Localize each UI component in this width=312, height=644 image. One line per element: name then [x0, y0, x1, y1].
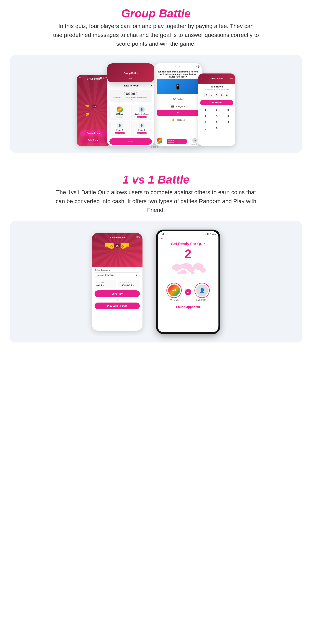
phone2-back-icon[interactable]: ← — [129, 66, 132, 68]
group-battle-phone4: ← Group Battle 39% Join Room Enter Room … — [198, 74, 235, 146]
rb-body: Select Category General Knowledge ▼ Entr… — [92, 267, 142, 331]
phone3-user1-avatar: WR — [157, 138, 162, 143]
rb-current-coins-label: Current Coins — [120, 282, 138, 284]
get-ready-phone: 4:01 ●●▌▌◎ 38% ← Get Ready For Quiz 2 — [158, 231, 218, 332]
phone4-topbar-title: Group Battle — [210, 77, 223, 80]
phone3-answer-2[interactable]: 📸Instagram — [157, 103, 199, 109]
rb-header: ← Random Battle 38% 🤜 vs 🤛 — [92, 233, 142, 267]
svg-point-6 — [191, 272, 195, 274]
rb-current-coins-box: Current Coins 100424 Coins — [118, 280, 140, 288]
player-slot-4: 👤 Player 4 ADD PLAYER — [131, 121, 152, 136]
numpad-dot[interactable]: . — [223, 126, 234, 131]
group-battle-phone3: ← 7 / 10 💬 Which social media platform i… — [154, 63, 202, 146]
gr-found-text: Found opponent — [158, 304, 218, 312]
phone3-topbar: ← 7 / 10 💬 — [154, 63, 202, 69]
phone2-topbar-title: Group Battle — [124, 72, 138, 74]
phone1-status-left: 4:01 — [79, 77, 82, 79]
rb-entry-fee-label: Entry Fees — [96, 282, 114, 284]
code-digit-5: 6 — [225, 92, 229, 98]
gr-back-icon[interactable]: ← — [161, 236, 164, 240]
numpad-3[interactable]: 3 — [223, 107, 234, 113]
player3-avatar: 👤 — [117, 122, 123, 128]
phone3-answer-3[interactable]: ✕ — [157, 110, 199, 116]
numpad-7[interactable]: 7 — [200, 120, 211, 125]
rb-category-select[interactable]: General Knowledge ▼ — [95, 272, 140, 278]
gr-player1-avatar: WR — [167, 283, 182, 298]
rb-title: Random Battle — [99, 236, 136, 239]
group-battle-section: Group Battle In this quiz, four players … — [0, 0, 312, 153]
gr-player2: 👤 Blacksmith ... — [195, 283, 210, 301]
rb-fee-row: Entry Fees 6 Coins Current Coins 100424 … — [95, 280, 140, 288]
player1-role: CREATOR — [116, 116, 124, 118]
phone4-join-button[interactable]: Join Room — [200, 100, 233, 105]
phone3-question: Which social media platform is known for… — [154, 69, 202, 79]
code-digit-4: 0 — [220, 92, 224, 98]
phone4-code-display: 6 4 5 0 6 — [198, 92, 235, 98]
phone4-topbar: ← Group Battle 39% — [198, 74, 235, 84]
player2-role: ADD PLAYER — [137, 116, 146, 118]
code-digit-3: 5 — [215, 92, 219, 98]
gr-status: ●●▌▌◎ 38% — [205, 233, 216, 235]
gr-player1: WR WRTeam — [167, 283, 182, 301]
rb-back-icon[interactable]: ← — [95, 236, 97, 239]
player4-name: Player 4 — [133, 129, 150, 131]
svg-point-5 — [180, 270, 187, 274]
rb-current-coins-value: 100424 Coins — [120, 284, 138, 286]
player-slot-1: WR WRTeam CREATOR — [109, 105, 130, 120]
gr-player2-icon: 👤 — [196, 284, 208, 296]
numpad-9[interactable]: 9 — [223, 120, 234, 125]
player4-role: ADD PLAYER — [137, 132, 146, 134]
phone2-screen-title: Invite to Room — [123, 84, 139, 87]
svg-point-4 — [200, 268, 206, 273]
phone3-question-image: 📱 — [157, 79, 199, 94]
gr-countdown: 2 — [158, 247, 218, 261]
gr-vs-badge: vs — [185, 289, 191, 295]
player2-name: Blacksmith Asgar — [133, 113, 150, 115]
battle1v1-heading: 1 vs 1 Battle — [0, 173, 312, 186]
numpad-2[interactable]: 2 — [211, 107, 222, 113]
gr-player1-logo: WR — [168, 284, 180, 296]
group-battle-description: In this quiz, four players can join and … — [46, 22, 266, 48]
phone3-chat-icon[interactable]: 💬 — [196, 65, 200, 68]
phone2-invite-header: ← Invite to Room ↗ — [107, 82, 154, 88]
phone2-players-grid: WR WRTeam CREATOR 👤 Blacksmith Asgar ADD… — [107, 104, 154, 137]
phone2-share-icon[interactable]: ↗ — [150, 84, 152, 87]
phone2-room-code: 969069 — [111, 92, 150, 96]
player2-avatar: 👤 — [139, 106, 145, 112]
phone3-answer-1[interactable]: 🐦Twitter — [157, 96, 199, 102]
numpad-5[interactable]: 5 — [211, 114, 222, 119]
numpad-8[interactable]: 8 — [211, 120, 222, 125]
lets-play-button[interactable]: Let's Play — [95, 290, 140, 297]
phone4-status: 39% — [230, 78, 233, 79]
phone3-back-icon[interactable]: ← — [156, 66, 158, 68]
phone3-chat-row: WR WRTeam What a performance..!! BS Blac… — [154, 137, 202, 146]
rb-fighter-right: 🤛 — [119, 240, 130, 251]
group-battle-heading: Group Battle — [0, 7, 312, 20]
rb-status: 38% — [136, 236, 140, 238]
player3-name: Player 3 — [111, 129, 128, 131]
phone1-vs-icon: 🤜 vs 🤛 — [85, 100, 102, 117]
group-battle-phones-card: 4:01 ●●▌▌◎ 39% Group Battle 🤜 vs 🤛 Creat… — [10, 55, 302, 153]
gr-back-row: ← — [158, 235, 218, 240]
gr-player1-name: WRTeam — [170, 299, 179, 301]
phone3-user2-avatar: BS — [192, 138, 197, 143]
phone4-back-icon[interactable]: ← — [201, 77, 203, 80]
numpad-6[interactable]: 6 — [223, 114, 234, 119]
numpad-0[interactable]: 0 — [211, 126, 222, 131]
numpad-4[interactable]: 4 — [200, 114, 211, 119]
phone2-room-code-box: 969069 Share this room code to Friends a… — [109, 90, 152, 102]
phone3-chat-bubble: What a performance..!! — [167, 139, 187, 144]
random-battle-phone: ← Random Battle 38% 🤜 vs 🤛 Select Catego… — [92, 233, 142, 331]
numpad-1[interactable]: 1 — [200, 107, 211, 113]
get-ready-phone-outer: 4:01 ●●▌▌◎ 38% ← Get Ready For Quiz 2 — [156, 230, 220, 334]
phone3-answer-4[interactable]: 👍Facebook — [157, 117, 199, 123]
phone2-room-code-hint: Share this room code to Friends and ask … — [111, 96, 150, 100]
play-with-friends-button[interactable]: Play With Friends — [95, 302, 140, 309]
numpad-comma[interactable]: , — [200, 126, 211, 131]
phone4-numpad: 1 2 3 4 5 6 7 8 9 , 0 . — [198, 107, 235, 132]
phone3-user1-name: WRTeam — [157, 143, 163, 145]
phone3-user1: WR WRTeam — [157, 138, 163, 145]
phone2-start-button[interactable]: Start — [109, 138, 152, 144]
battle1v1-description: The 1vs1 Battle Quiz allows users to com… — [46, 188, 266, 214]
phone2-back2-icon[interactable]: ← — [109, 84, 112, 87]
